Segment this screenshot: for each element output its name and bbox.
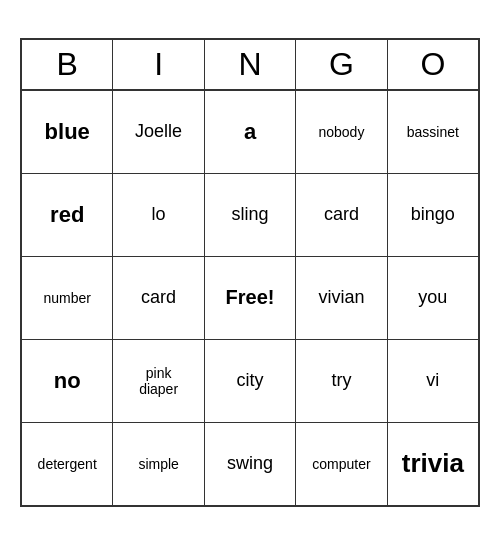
cell-1-1: lo xyxy=(113,174,204,256)
header-row: BINGO xyxy=(22,40,478,91)
cell-0-0: blue xyxy=(22,91,113,173)
cell-2-3: vivian xyxy=(296,257,387,339)
header-letter-g: G xyxy=(296,40,387,91)
cell-0-2: a xyxy=(205,91,296,173)
header-letter-o: O xyxy=(388,40,478,91)
cell-4-1: simple xyxy=(113,423,204,505)
header-letter-b: B xyxy=(22,40,113,91)
cell-2-0: number xyxy=(22,257,113,339)
cell-2-1: card xyxy=(113,257,204,339)
cell-2-2: Free! xyxy=(205,257,296,339)
cell-1-0: red xyxy=(22,174,113,256)
grid: blueJoelleanobodybassinetredloslingcardb… xyxy=(22,91,478,505)
grid-row-3: nopinkdiapercitytryvi xyxy=(22,340,478,423)
grid-row-4: detergentsimpleswingcomputertrivia xyxy=(22,423,478,505)
cell-1-3: card xyxy=(296,174,387,256)
cell-4-3: computer xyxy=(296,423,387,505)
header-letter-i: I xyxy=(113,40,204,91)
grid-row-1: redloslingcardbingo xyxy=(22,174,478,257)
cell-3-3: try xyxy=(296,340,387,422)
cell-1-4: bingo xyxy=(388,174,478,256)
cell-0-3: nobody xyxy=(296,91,387,173)
cell-3-4: vi xyxy=(388,340,478,422)
cell-3-0: no xyxy=(22,340,113,422)
grid-row-2: numbercardFree!vivianyou xyxy=(22,257,478,340)
cell-3-1: pinkdiaper xyxy=(113,340,204,422)
cell-0-4: bassinet xyxy=(388,91,478,173)
grid-row-0: blueJoelleanobodybassinet xyxy=(22,91,478,174)
bingo-card: BINGO blueJoelleanobodybassinetredloslin… xyxy=(20,38,480,507)
cell-4-4: trivia xyxy=(388,423,478,505)
cell-4-0: detergent xyxy=(22,423,113,505)
cell-0-1: Joelle xyxy=(113,91,204,173)
cell-4-2: swing xyxy=(205,423,296,505)
cell-2-4: you xyxy=(388,257,478,339)
cell-1-2: sling xyxy=(205,174,296,256)
cell-3-2: city xyxy=(205,340,296,422)
header-letter-n: N xyxy=(205,40,296,91)
